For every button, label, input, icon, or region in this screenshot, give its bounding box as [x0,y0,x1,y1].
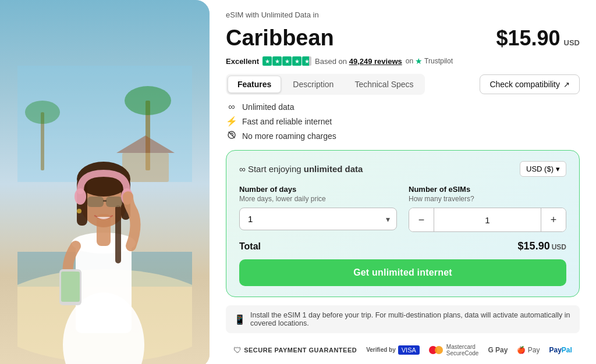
external-link-icon: ↗ [563,80,570,89]
tab-features[interactable]: Features [228,76,281,93]
feature-item-2: ⚡ Fast and reliable internet [226,116,580,127]
total-currency: USD [552,243,566,251]
review-text: Based on 49,249 reviews [315,57,402,66]
no-roaming-icon [226,130,237,142]
days-selector-group: Number of days More days, lower daily pr… [239,185,397,232]
star-5: ★ [302,56,311,66]
days-sublabel: More days, lower daily price [239,195,397,203]
rating-label: Excellent [226,57,259,66]
review-link[interactable]: 49,249 reviews [349,57,402,66]
currency-selector[interactable]: USD ($) ▾ [520,161,566,177]
buy-button[interactable]: Get unlimited internet [239,259,566,286]
buy-btn-label: Get unlimited internet [353,267,452,277]
visa-payment-item: Verified by VISA [366,345,420,355]
shield-icon: 🛡 [233,345,242,355]
gpay-icon: G Pay [488,346,508,354]
product-subtitle: eSIM with Unlimited Data in [226,10,580,19]
unlimited-icon: ∞ [226,102,237,112]
chevron-down-icon: ▾ [556,165,560,173]
tabs-row: Features Description Technical Specs Che… [226,74,580,95]
total-label: Total [239,241,261,252]
total-amount: $15.90 [518,240,550,252]
check-compatibility-button[interactable]: Check compatibility ↗ [480,74,580,94]
esim-label: Number of eSIMs [409,185,566,194]
feature-item-3: No more roaming charges [226,130,580,142]
product-image-panel [0,0,210,364]
feature-text-3: No more roaming charges [242,131,336,141]
trustpilot-logo: on ★ Trustpilot [406,56,453,66]
feature-text-1: Unlimited data [242,102,295,112]
card-header: ∞ Start enjoying unlimited data USD ($) … [239,161,566,177]
currency-label: USD ($) [526,165,554,173]
svg-point-5 [25,101,60,124]
mastercard-payment-item: MastercardSecureCode [429,344,479,356]
total-row: Total $15.90 USD [239,240,566,252]
tab-description[interactable]: Description [283,76,343,93]
purchase-card: ∞ Start enjoying unlimited data USD ($) … [226,150,580,297]
infinity-icon: ∞ [239,164,248,174]
secure-payment-item: 🛡 SECURE PAYMENT GUARANTEED [233,345,357,355]
payment-row: 🛡 SECURE PAYMENT GUARANTEED Verified by … [226,339,580,359]
page-container: eSIM with Unlimited Data in Caribbean $1… [0,0,596,364]
on-text: on [406,57,413,65]
features-list: ∞ Unlimited data ⚡ Fast and reliable int… [226,102,580,142]
secure-text: SECURE PAYMENT GUARANTEED [244,347,357,354]
star-3: ★ [282,56,292,66]
info-text: Install the eSIM 1 day before your trip.… [250,311,572,327]
price-currency: USD [564,38,580,47]
info-bar: 📱 Install the eSIM 1 day before your tri… [226,305,580,333]
svg-rect-18 [115,205,121,263]
tabs-container: Features Description Technical Specs [226,74,425,95]
applepay-payment-item: 🍎 Pay [517,346,540,354]
feature-item-1: ∞ Unlimited data [226,102,580,112]
days-label: Number of days [239,185,397,194]
product-title: Caribbean [226,26,334,51]
total-price-block: $15.90 USD [518,240,566,252]
check-compat-label: Check compatibility [489,80,560,89]
price-amount: $15.90 [496,26,560,51]
svg-rect-20 [106,197,122,207]
svg-point-26 [77,209,81,213]
paypal-icon: PayPal [549,346,572,354]
esim-decrease-button[interactable]: − [409,208,434,232]
product-image [17,66,192,364]
days-select-wrapper: 1 3 5 7 10 14 30 [239,208,397,230]
applepay-icon: 🍎 Pay [517,346,540,354]
star-2: ★ [272,56,282,66]
esim-increase-button[interactable]: + [541,208,566,232]
tab-technical-specs[interactable]: Technical Specs [345,76,423,93]
visa-icon: VISA [398,345,420,355]
svg-rect-11 [76,240,132,333]
star-1: ★ [262,56,272,66]
esim-sublabel: How many travelers? [409,195,566,203]
mastercard-label: MastercardSecureCode [446,344,479,356]
esim-stepper: − 1 + [409,208,566,232]
gpay-payment-item: G Pay [488,346,508,354]
lightning-icon: ⚡ [226,116,237,127]
svg-rect-21 [103,200,107,202]
star-rating: ★ ★ ★ ★ ★ [262,56,311,66]
svg-point-22 [74,188,86,205]
card-title: ∞ Start enjoying unlimited data [239,164,363,174]
title-price-row: Caribbean $15.90 USD [226,26,580,51]
esim-selector-group: Number of eSIMs How many travelers? − 1 … [409,185,566,232]
svg-rect-19 [87,197,104,207]
info-icon: 📱 [234,314,246,325]
svg-point-3 [125,86,171,115]
selectors-row: Number of days More days, lower daily pr… [239,185,566,232]
feature-text-2: Fast and reliable internet [242,117,332,126]
rating-row: Excellent ★ ★ ★ ★ ★ Based on 49,249 revi… [226,56,580,66]
paypal-payment-item: PayPal [549,346,572,354]
content-panel: eSIM with Unlimited Data in Caribbean $1… [210,0,596,364]
price-block: $15.90 USD [496,26,580,51]
days-select[interactable]: 1 3 5 7 10 14 30 [239,208,397,230]
esim-value: 1 [434,215,541,225]
star-4: ★ [292,56,301,66]
card-title-bold: unlimited data [304,164,363,174]
svg-rect-25 [61,272,80,302]
